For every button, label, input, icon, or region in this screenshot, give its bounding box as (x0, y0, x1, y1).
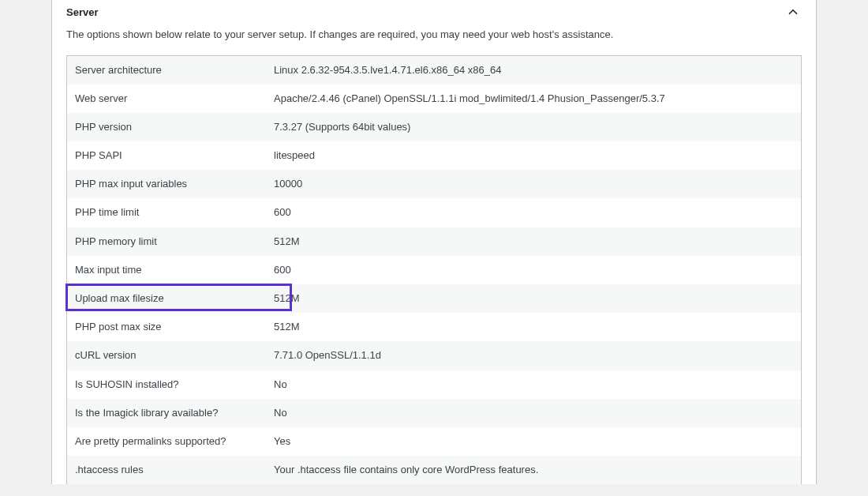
row-label: Web server (67, 85, 266, 113)
table-row: Server architectureLinux 2.6.32-954.3.5.… (67, 56, 801, 85)
table-row: PHP max input variables10000 (67, 170, 801, 198)
row-label: Server architecture (67, 56, 266, 85)
table-row: cURL version7.71.0 OpenSSL/1.1.1d (67, 341, 801, 370)
row-label: PHP post max size (67, 313, 266, 341)
row-label: PHP time limit (67, 198, 266, 227)
section-title: Server (66, 6, 98, 18)
section-description: The options shown below relate to your s… (52, 21, 816, 55)
row-label: Is the Imagick library available? (67, 399, 266, 427)
server-info-table: Server architectureLinux 2.6.32-954.3.5.… (67, 56, 801, 485)
table-row: Is the Imagick library available?No (67, 399, 801, 427)
row-value: 512M (266, 284, 801, 313)
server-section-panel: Server The options shown below relate to… (51, 0, 817, 484)
row-label: .htaccess rules (67, 456, 266, 484)
table-row: PHP SAPIlitespeed (67, 141, 801, 170)
table-row: PHP post max size512M (67, 313, 801, 341)
table-row: Are pretty permalinks supported?Yes (67, 427, 801, 456)
row-value: 600 (266, 198, 801, 227)
row-value: Apache/2.4.46 (cPanel) OpenSSL/1.1.1i mo… (266, 85, 801, 113)
row-value: Linux 2.6.32-954.3.5.lve1.4.71.el6.x86_6… (266, 56, 801, 85)
row-value: 10000 (266, 170, 801, 198)
row-value: 512M (266, 313, 801, 341)
row-label: PHP SAPI (67, 141, 266, 170)
section-header[interactable]: Server (52, 0, 816, 21)
row-value: 600 (266, 256, 801, 284)
table-row: PHP time limit600 (67, 198, 801, 227)
row-value: 7.3.27 (Supports 64bit values) (266, 113, 801, 141)
row-label: PHP max input variables (67, 170, 266, 198)
row-label: PHP memory limit (67, 227, 266, 256)
table-row: PHP memory limit512M (67, 227, 801, 256)
row-label: Is SUHOSIN installed? (67, 370, 266, 399)
row-label: Max input time (67, 256, 266, 284)
table-row: Upload max filesize512M (67, 284, 801, 313)
row-value: litespeed (266, 141, 801, 170)
row-label: Are pretty permalinks supported? (67, 427, 266, 456)
row-value: Your .htaccess file contains only core W… (266, 456, 801, 484)
row-value: 7.71.0 OpenSSL/1.1.1d (266, 341, 801, 370)
server-info-table-container: Server architectureLinux 2.6.32-954.3.5.… (66, 55, 802, 485)
row-label: cURL version (67, 341, 266, 370)
row-value: 512M (266, 227, 801, 256)
row-label: Upload max filesize (67, 284, 266, 313)
table-row: Is SUHOSIN installed?No (67, 370, 801, 399)
table-row: PHP version7.3.27 (Supports 64bit values… (67, 113, 801, 141)
row-label: PHP version (67, 113, 266, 141)
chevron-up-icon[interactable] (784, 3, 802, 21)
table-row: .htaccess rulesYour .htaccess file conta… (67, 456, 801, 484)
row-value: No (266, 370, 801, 399)
table-row: Web serverApache/2.4.46 (cPanel) OpenSSL… (67, 85, 801, 113)
row-value: Yes (266, 427, 801, 456)
table-row: Max input time600 (67, 256, 801, 284)
row-value: No (266, 399, 801, 427)
